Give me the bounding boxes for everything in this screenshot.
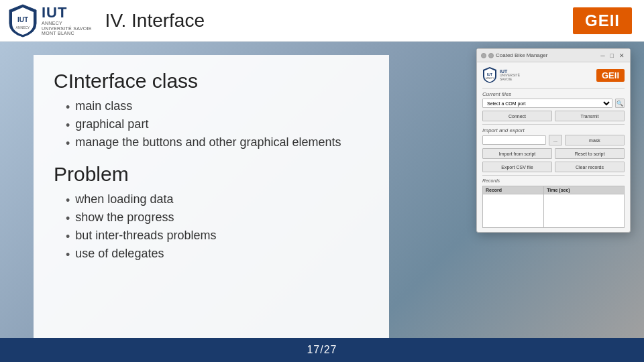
app-records-table: Record Time (sec) (482, 186, 625, 228)
com-port-search-button[interactable]: 🔍 (615, 99, 625, 108)
section2-title: Problem (54, 163, 369, 186)
list-item: • show the progress (66, 210, 369, 226)
app-divider (482, 88, 625, 88)
bullet-text: main class (75, 99, 132, 113)
section2-bullet-list: • when loading data • show the progress … (54, 192, 369, 262)
app-records-label: Records (482, 178, 625, 183)
import-from-script-button[interactable]: Import from script (482, 148, 552, 159)
app-titlebar-right: ─ □ ✕ (599, 52, 626, 59)
section1-bullet-list: • main class • graphical part • manage t… (54, 99, 369, 151)
bullet-text: use of delegates (75, 247, 164, 261)
logo-subtitle3: MONT BLANC (42, 31, 92, 36)
connect-button[interactable]: Connect (482, 111, 552, 121)
logo-text-block: IUT ANNECY UNIVERSITÉ SAVOIE MONT BLANC (42, 5, 92, 36)
list-item: • use of delegates (66, 247, 369, 262)
bullet-text: but inter-threads problems (75, 229, 216, 243)
content-area: CInterface class • main class • graphica… (0, 42, 644, 338)
logo-iut-label: IUT (42, 5, 92, 21)
close-button[interactable]: ✕ (618, 52, 626, 59)
app-window-title: Coated Bike Manager (496, 52, 547, 58)
bullet-icon: • (66, 137, 70, 151)
clear-records-button[interactable]: Clear records (555, 162, 625, 172)
iut-logo-icon: IUT ANNECY (8, 3, 38, 38)
mask-button[interactable]: mask (565, 135, 625, 145)
bullet-text: graphical part (75, 117, 148, 131)
titlebar-dot (481, 53, 486, 58)
white-panel: CInterface class • main class • graphica… (34, 55, 389, 338)
table-row (483, 194, 625, 228)
app-titlebar-left: Coated Bike Manager (481, 52, 547, 58)
table-cell-time (544, 194, 625, 228)
list-item: • graphical part (66, 117, 369, 133)
app-window: Coated Bike Manager ─ □ ✕ IUT ANNECY (476, 48, 631, 233)
logo-box: IUT ANNECY IUT ANNECY UNIVERSITÉ SAVOIE … (8, 3, 92, 38)
export-csv-button[interactable]: Export CSV file (482, 162, 552, 172)
app-logo-text: IUT UNIVERSITÉ SAVOIE (500, 69, 520, 82)
bullet-icon: • (66, 212, 70, 226)
app-com-port-row: Select a COM port 🔍 (482, 99, 625, 108)
minimize-button[interactable]: ─ (599, 52, 606, 59)
bullet-icon: • (66, 230, 70, 244)
bullet-text: manage the buttons and other graphical e… (75, 135, 341, 149)
com-port-select[interactable]: Select a COM port (482, 99, 612, 108)
bullet-icon: • (66, 248, 70, 262)
app-logo-area: IUT ANNECY IUT UNIVERSITÉ SAVOIE (482, 66, 520, 84)
titlebar-dot (488, 53, 494, 58)
bullet-icon: • (66, 119, 70, 133)
header: IUT ANNECY IUT ANNECY UNIVERSITÉ SAVOIE … (0, 0, 644, 42)
bullet-icon: • (66, 194, 70, 208)
bullet-text: when loading data (75, 192, 173, 206)
geii-header-badge: GEII (573, 7, 632, 34)
app-titlebar-dots (481, 53, 494, 58)
bullet-text: show the progress (75, 210, 174, 225)
logo-subtitle1: ANNECY (42, 21, 92, 26)
list-item: • main class (66, 99, 369, 115)
app-divider3 (482, 175, 625, 176)
app-section-import-export: Import and export (482, 127, 625, 133)
svg-text:ANNECY: ANNECY (16, 25, 31, 29)
list-item: • manage the buttons and other graphical… (66, 135, 369, 151)
browse-button[interactable]: ... (549, 135, 562, 145)
app-file-input[interactable] (482, 135, 546, 145)
logo-subtitle2: UNIVERSITÉ SAVOIE (42, 26, 92, 32)
svg-text:IUT: IUT (487, 72, 492, 76)
app-logo-subtitle2: SAVOIE (500, 78, 520, 82)
footer: 17/27 (0, 338, 644, 362)
app-export-row: Export CSV file Clear records (482, 162, 625, 172)
app-body: IUT ANNECY IUT UNIVERSITÉ SAVOIE GEII Cu… (477, 62, 630, 232)
svg-text:IUT: IUT (17, 16, 28, 23)
table-col-record: Record (483, 186, 544, 194)
transmit-button[interactable]: Transmit (555, 111, 625, 121)
app-divider2 (482, 124, 625, 125)
reset-to-script-button[interactable]: Reset to script (555, 148, 625, 159)
app-import-row2: Import from script Reset to script (482, 148, 625, 159)
header-left: IUT ANNECY IUT ANNECY UNIVERSITÉ SAVOIE … (8, 3, 205, 38)
app-titlebar: Coated Bike Manager ─ □ ✕ (477, 49, 630, 62)
app-logo-row: IUT ANNECY IUT UNIVERSITÉ SAVOIE GEII (482, 66, 625, 84)
maximize-button[interactable]: □ (609, 52, 615, 59)
table-cell-record (483, 194, 544, 228)
table-col-time: Time (sec) (544, 186, 625, 194)
list-item: • when loading data (66, 192, 369, 208)
page-title: IV. Interface (105, 10, 205, 32)
list-item: • but inter-threads problems (66, 229, 369, 244)
svg-text:ANNECY: ANNECY (486, 77, 494, 80)
app-iut-logo-icon: IUT ANNECY (482, 66, 497, 84)
app-section-current-file: Current files (482, 91, 625, 97)
app-connect-row: Connect Transmit (482, 111, 625, 121)
page-indicator: 17/27 (307, 344, 337, 356)
app-import-row1: ... mask (482, 135, 625, 145)
bullet-icon: • (66, 101, 70, 115)
section1-title: CInterface class (54, 70, 369, 93)
app-geii-badge: GEII (596, 69, 625, 82)
